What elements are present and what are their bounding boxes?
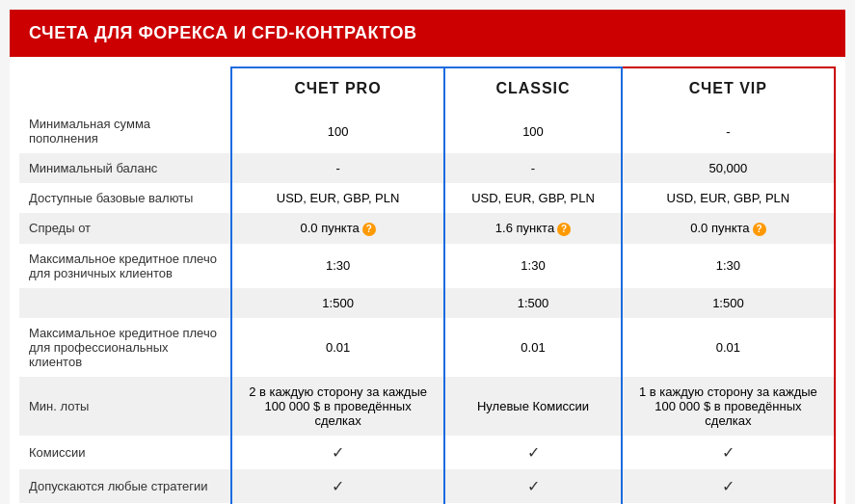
vip-value-5: 1:500	[712, 296, 744, 310]
col-header-pro: СЧЕТ PRO	[231, 67, 444, 109]
pro-cell-8: ✓	[231, 436, 444, 469]
classic-cell-6: 0.01	[444, 318, 622, 377]
classic-cell-0: 100	[444, 109, 622, 153]
header-title: СЧЕТА ДЛЯ ФОРЕКСА И CFD-КОНТРАКТОВ	[29, 23, 416, 42]
pro-cell-1: -	[231, 153, 444, 183]
vip-cell-8: ✓	[622, 436, 835, 469]
checkmark-pro-8: ✓	[332, 444, 344, 461]
classic-value-4: 1:30	[521, 258, 545, 273]
classic-value-6: 0.01	[521, 340, 545, 355]
pro-value-6: 0.01	[326, 340, 350, 355]
vip-cell-1: 50,000	[622, 153, 835, 183]
vip-value-3: 0.0 пункта	[690, 221, 749, 235]
row-label-5	[19, 288, 231, 318]
page-header: СЧЕТА ДЛЯ ФОРЕКСА И CFD-КОНТРАКТОВ	[10, 10, 845, 57]
classic-value-3: 1.6 пункта	[495, 221, 554, 235]
pro-value-7: 2 в каждую сторону за каждые 100 000 $ в…	[249, 385, 427, 428]
info-icon-pro-3[interactable]: ?	[362, 223, 376, 236]
vip-cell-9: ✓	[622, 469, 835, 503]
classic-cell-4: 1:30	[444, 244, 622, 288]
checkmark-classic-8: ✓	[527, 444, 540, 461]
vip-value-6: 0.01	[716, 340, 740, 355]
row-label-2: Доступные базовые валюты	[19, 183, 231, 213]
vip-cell-3: 0.0 пункта?	[622, 213, 835, 244]
classic-value-5: 1:500	[518, 296, 549, 310]
classic-value-0: 100	[522, 124, 544, 139]
vip-value-0: -	[726, 124, 730, 139]
row-label-7: Мин. лоты	[19, 377, 231, 436]
pro-cell-7: 2 в каждую сторону за каждые 100 000 $ в…	[231, 377, 444, 436]
checkmark-classic-9: ✓	[527, 478, 540, 494]
checkmark-vip-8: ✓	[722, 444, 735, 461]
classic-cell-3: 1.6 пункта?	[444, 213, 622, 244]
vip-cell-7: 1 в каждую сторону за каждые 100 000 $ в…	[622, 377, 835, 436]
classic-cell-8: ✓	[444, 436, 622, 469]
info-icon-classic-3[interactable]: ?	[557, 223, 571, 236]
classic-cell-7: Нулевые Комиссии	[444, 377, 622, 436]
classic-cell-9: ✓	[444, 469, 622, 503]
row-label-9: Допускаются любые стратегии	[19, 469, 231, 503]
pro-cell-5: 1:500	[231, 288, 444, 318]
col-header-vip: СЧЕТ VIP	[622, 67, 835, 109]
row-label-1: Минимальный баланс	[19, 153, 231, 183]
vip-cell-0: -	[622, 109, 835, 153]
vip-cell-6: 0.01	[622, 318, 835, 377]
vip-cell-2: USD, EUR, GBP, PLN	[622, 183, 835, 213]
pro-cell-2: USD, EUR, GBP, PLN	[231, 183, 444, 213]
table-wrapper: СЧЕТ PRO CLASSIC СЧЕТ VIP Минимальная су…	[10, 57, 845, 504]
empty-header	[19, 67, 231, 109]
row-label-6: Максимальное кредитное плечо для професс…	[19, 318, 231, 377]
pro-value-1: -	[335, 161, 339, 175]
classic-cell-2: USD, EUR, GBP, PLN	[444, 183, 622, 213]
pro-cell-4: 1:30	[231, 244, 444, 288]
vip-value-7: 1 в каждую сторону за каждые 100 000 $ в…	[639, 385, 817, 428]
info-icon-vip-3[interactable]: ?	[753, 223, 766, 236]
row-label-3: Спреды от	[19, 213, 231, 244]
classic-value-7: Нулевые Комиссии	[477, 399, 589, 413]
main-container: СЧЕТА ДЛЯ ФОРЕКСА И CFD-КОНТРАКТОВ СЧЕТ …	[10, 10, 845, 504]
pro-cell-9: ✓	[231, 469, 444, 503]
vip-value-2: USD, EUR, GBP, PLN	[667, 191, 790, 205]
vip-value-4: 1:30	[716, 258, 740, 273]
pro-value-2: USD, EUR, GBP, PLN	[277, 191, 400, 205]
classic-cell-5: 1:500	[444, 288, 622, 318]
pro-value-0: 100	[328, 124, 349, 139]
checkmark-pro-9: ✓	[332, 478, 344, 494]
checkmark-vip-9: ✓	[722, 478, 735, 494]
vip-cell-4: 1:30	[622, 244, 835, 288]
vip-cell-5: 1:500	[622, 288, 835, 318]
comparison-table: СЧЕТ PRO CLASSIC СЧЕТ VIP Минимальная су…	[19, 66, 836, 504]
pro-cell-0: 100	[231, 109, 444, 153]
col-header-classic: CLASSIC	[444, 67, 622, 109]
row-label-4: Максимальное кредитное плечо для розничн…	[19, 244, 231, 288]
row-label-0: Минимальная сумма пополнения	[19, 109, 231, 153]
vip-value-1: 50,000	[709, 161, 748, 175]
pro-value-3: 0.0 пункта	[300, 221, 359, 235]
classic-cell-1: -	[444, 153, 622, 183]
pro-cell-3: 0.0 пункта?	[231, 213, 444, 244]
classic-value-1: -	[531, 161, 535, 175]
pro-value-5: 1:500	[322, 296, 354, 310]
pro-value-4: 1:30	[326, 258, 350, 273]
classic-value-2: USD, EUR, GBP, PLN	[471, 191, 595, 205]
pro-cell-6: 0.01	[231, 318, 444, 377]
row-label-8: Комиссии	[19, 436, 231, 469]
